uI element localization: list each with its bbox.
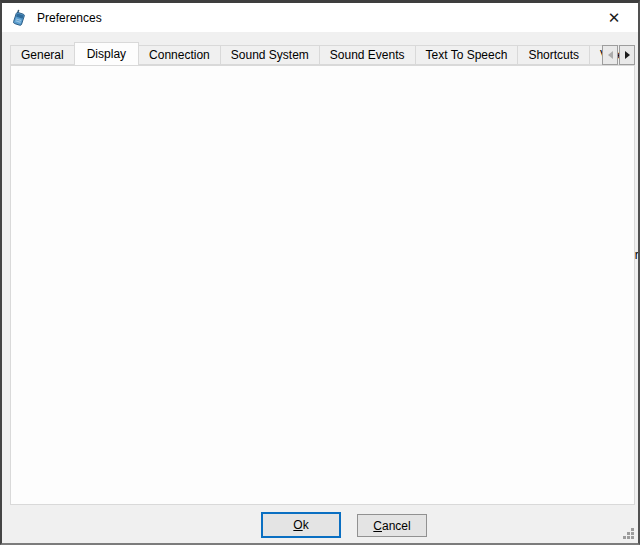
tab-shortcuts[interactable]: Shortcuts — [517, 45, 590, 65]
tab-connection[interactable]: Connection — [138, 45, 221, 65]
cancel-button[interactable]: Cancel — [357, 514, 427, 537]
tab-sound-system[interactable]: Sound System — [220, 45, 320, 65]
title-bar: Preferences ✕ — [2, 3, 638, 32]
tab-display[interactable]: Display — [74, 42, 139, 65]
tab-page-display — [10, 65, 635, 505]
tab-scroll-left-icon[interactable] — [602, 45, 618, 65]
tab-scroll-right-icon[interactable] — [619, 45, 635, 65]
tab-scroll-buttons — [601, 45, 635, 65]
tab-sound-events[interactable]: Sound Events — [319, 45, 416, 65]
app-icon — [11, 9, 28, 26]
close-icon[interactable]: ✕ — [598, 3, 630, 32]
tab-general[interactable]: General — [10, 45, 75, 65]
resize-grip-icon[interactable] — [622, 527, 635, 540]
window-title: Preferences — [37, 11, 102, 25]
tab-text-to-speech[interactable]: Text To Speech — [415, 45, 519, 65]
preferences-window: Preferences ✕ GeneralDisplayConnectionSo… — [0, 0, 640, 545]
ok-button[interactable]: Ok — [261, 512, 341, 538]
tab-bar: GeneralDisplayConnectionSound SystemSoun… — [10, 42, 635, 65]
